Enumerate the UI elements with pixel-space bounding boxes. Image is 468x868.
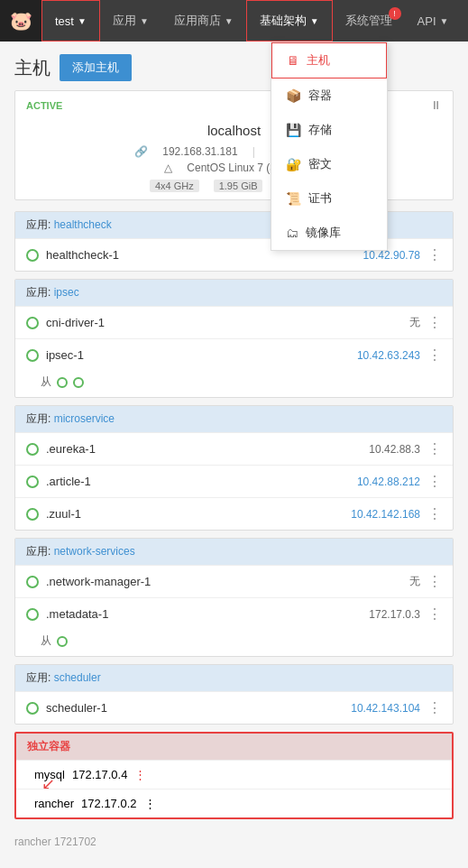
page-title: 主机 — [14, 56, 50, 80]
container-ip[interactable]: 10.42.63.243 — [357, 349, 420, 362]
more-icon[interactable]: ⋮ — [427, 314, 442, 331]
container-ip: 10.42.88.3 — [369, 443, 420, 456]
more-icon[interactable]: ⋮ — [427, 440, 442, 457]
app-row-network-manager-1: .network-manager-1 无 ⋮ — [15, 565, 453, 597]
dropdown-host[interactable]: 🖥 主机 — [271, 42, 387, 78]
app-row-article-1: .article-1 10.42.88.212 ⋮ — [15, 465, 453, 497]
add-host-button[interactable]: 添加主机 — [60, 54, 132, 81]
app-row-cni-driver-1: cni-driver-1 无 ⋮ — [15, 306, 453, 338]
more-icon[interactable]: ⋮ — [427, 473, 442, 490]
storage-icon: 💾 — [286, 123, 301, 137]
app-link-healthcheck[interactable]: healthcheck — [54, 218, 112, 231]
status-circle — [26, 443, 39, 456]
status-circle — [26, 608, 39, 621]
indep-label: 独立容器 — [27, 739, 70, 754]
more-icon[interactable]: ⋮ — [427, 505, 442, 522]
sub-circle-1 — [57, 636, 68, 647]
status-circle — [26, 702, 39, 715]
container-icon: 📦 — [286, 88, 301, 103]
container-ip[interactable]: 10.42.143.104 — [351, 702, 420, 715]
status-circle — [26, 349, 39, 362]
registry-icon: 🗂 — [286, 226, 298, 240]
app-row-scheduler-1: scheduler-1 10.42.143.104 ⋮ — [15, 691, 453, 724]
status-circle — [26, 317, 39, 329]
more-icon[interactable]: ⋮ — [427, 246, 442, 263]
caret-icon: ▼ — [78, 16, 87, 26]
app-header-scheduler: 应用: scheduler — [15, 665, 453, 691]
more-icon[interactable]: ⋮ — [427, 605, 442, 623]
container-name: rancher — [34, 797, 74, 810]
indep-row-rancher: rancher 172.17.0.2 ⋮ — [16, 789, 452, 817]
status-circle — [26, 508, 39, 521]
cert-icon: 📜 — [286, 191, 301, 206]
dropdown-container[interactable]: 📦 容器 — [271, 78, 387, 113]
os-icon: △ — [164, 162, 172, 174]
sub-circle-2 — [73, 377, 84, 388]
app-link-network-services[interactable]: network-services — [54, 545, 135, 558]
app-section-network-services: 应用: network-services .network-manager-1 … — [14, 538, 454, 657]
container-name: .metadata-1 — [46, 607, 362, 621]
dropdown-secret[interactable]: 🔐 密文 — [271, 147, 387, 181]
pause-icon[interactable]: ⏸ — [430, 98, 442, 112]
footer: rancher 1721702 — [0, 826, 468, 857]
logo: 🐷 — [0, 0, 41, 42]
sub-row-network: 从 — [15, 630, 453, 656]
cpu-badge: 4x4 GHz — [150, 180, 199, 192]
app-header-ipsec: 应用: ipsec — [15, 280, 453, 306]
independent-section: 独立容器 mysql 172.17.0.4 ⋮ ↙ rancher 172.17… — [14, 732, 454, 819]
dropdown-cert[interactable]: 📜 证书 — [271, 181, 387, 216]
container-ip: 172.17.0.4 — [72, 768, 127, 781]
app-section-scheduler: 应用: scheduler scheduler-1 10.42.143.104 … — [14, 664, 454, 725]
container-name: .eureka-1 — [46, 442, 362, 456]
nav-api[interactable]: API ▼ — [405, 0, 462, 42]
nav-apps[interactable]: 应用 ▼ — [100, 0, 161, 42]
container-name: .zuul-1 — [46, 507, 344, 521]
container-name: cni-driver-1 — [46, 316, 402, 329]
host-status: ACTIVE — [26, 100, 62, 111]
more-icon[interactable]: ⋮ — [427, 573, 442, 590]
dropdown-storage[interactable]: 💾 存储 — [271, 113, 387, 147]
app-section-microservice: 应用: microservice .eureka-1 10.42.88.3 ⋮ … — [14, 405, 454, 531]
sub-row-ipsec: 从 — [15, 371, 453, 397]
cong-label: 从 — [41, 633, 51, 649]
mem-badge: 1.95 GiB — [214, 180, 263, 192]
footer-text: rancher 1721702 — [14, 836, 96, 848]
container-ip: 无 — [409, 315, 420, 330]
caret-icon: ▼ — [225, 16, 234, 26]
host-ip: 192.168.31.181 — [162, 145, 237, 158]
app-link-microservice[interactable]: microservice — [54, 412, 115, 425]
nav-test[interactable]: test ▼ — [41, 0, 100, 42]
container-ip[interactable]: 10.42.88.212 — [357, 476, 420, 488]
status-circle — [26, 249, 39, 262]
app-row-eureka-1: .eureka-1 10.42.88.3 ⋮ — [15, 432, 453, 465]
container-ip: 172.17.0.2 — [81, 797, 136, 810]
more-icon[interactable]: ⋮ — [134, 768, 146, 781]
app-header-microservice: 应用: microservice — [15, 406, 453, 432]
pig-icon: 🐷 — [10, 10, 32, 32]
indep-header: 独立容器 — [16, 734, 452, 760]
warn-badge: ! — [389, 7, 401, 20]
ip-icon: 🔗 — [134, 145, 148, 158]
header: 🐷 test ▼ 应用 ▼ 应用商店 ▼ 基础架构 ▼ 系统管理 ! API ▼… — [0, 0, 468, 42]
nav-app-store[interactable]: 应用商店 ▼ — [161, 0, 246, 42]
app-link-scheduler[interactable]: scheduler — [54, 671, 101, 684]
container-name: ipsec-1 — [46, 348, 350, 362]
container-ip: 172.17.0.3 — [369, 608, 420, 621]
dropdown-registry[interactable]: 🗂 镜像库 — [271, 216, 387, 250]
caret-icon: ▼ — [440, 16, 449, 26]
infra-dropdown: 🖥 主机 📦 容器 💾 存储 🔐 密文 📜 证书 🗂 镜像库 — [271, 42, 388, 251]
app-row-ipsec-1: ipsec-1 10.42.63.243 ⋮ — [15, 338, 453, 371]
app-link-ipsec[interactable]: ipsec — [54, 286, 79, 299]
indep-row-mysql: mysql 172.17.0.4 ⋮ ↙ — [16, 760, 452, 789]
nav-system[interactable]: 系统管理 ! — [333, 0, 405, 42]
container-ip[interactable]: 10.42.142.168 — [351, 508, 420, 521]
nav-infra[interactable]: 基础架构 ▼ — [246, 0, 333, 42]
more-icon[interactable]: ⋮ — [427, 699, 442, 716]
status-circle — [26, 576, 39, 588]
caret-icon: ▼ — [310, 16, 319, 26]
app-row-metadata-1: .metadata-1 172.17.0.3 ⋮ — [15, 597, 453, 630]
sub-circle-1 — [57, 377, 68, 388]
separator: | — [252, 145, 255, 158]
more-icon[interactable]: ⋮ — [427, 346, 442, 364]
more-icon[interactable]: ⋮ — [144, 797, 156, 810]
